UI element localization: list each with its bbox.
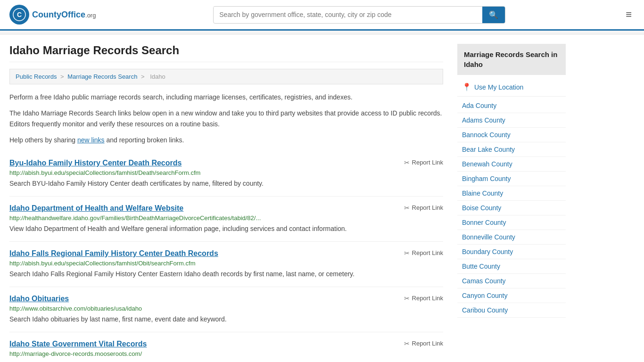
result-header: Byu-Idaho Family History Center Death Re…	[9, 159, 443, 167]
result-url[interactable]: http://marriage-divorce-records.mooseroo…	[9, 350, 443, 357]
county-link[interactable]: Boise County	[457, 201, 566, 215]
county-link[interactable]: Adams County	[457, 113, 566, 127]
county-link[interactable]: Camas County	[457, 274, 566, 288]
description-3: Help others by sharing new links and rep…	[9, 135, 443, 145]
page-title: Idaho Marriage Records Search	[9, 44, 443, 62]
breadcrumb-marriage-records[interactable]: Marriage Records Search	[67, 73, 137, 80]
search-input[interactable]	[214, 7, 482, 22]
list-item: Caribou County	[457, 303, 566, 318]
list-item: Bear Lake County	[457, 142, 566, 157]
report-link-button[interactable]: ✂ Report Link	[404, 295, 443, 302]
result-header: Idaho Department of Health and Welfare W…	[9, 204, 443, 213]
svg-text:C: C	[17, 11, 22, 18]
menu-button[interactable]: ≡	[623, 6, 635, 24]
result-header: Idaho Obituaries ✂ Report Link	[9, 295, 443, 303]
list-item: Bonneville County	[457, 230, 566, 245]
logo-icon: C	[9, 5, 29, 25]
result-title[interactable]: Idaho Obituaries	[9, 295, 69, 303]
result-title[interactable]: Idaho Department of Health and Welfare W…	[9, 204, 183, 213]
result-url[interactable]: http://healthandwelfare.idaho.gov/Famili…	[9, 214, 443, 222]
result-description: Search Idaho Falls Regional Family Histo…	[9, 269, 443, 279]
result-description: Search BYU-Idaho Family History Center d…	[9, 179, 443, 189]
county-link[interactable]: Bingham County	[457, 172, 566, 186]
county-link[interactable]: Bannock County	[457, 128, 566, 142]
result-title[interactable]: Idaho State Government Vital Records	[9, 340, 147, 348]
county-link[interactable]: Ada County	[457, 99, 566, 113]
breadcrumb-idaho: Idaho	[150, 73, 165, 80]
list-item: Adams County	[457, 113, 566, 128]
content-area: Idaho Marriage Records Search Public Rec…	[9, 44, 443, 362]
county-link[interactable]: Bonner County	[457, 215, 566, 230]
county-link[interactable]: Bear Lake County	[457, 142, 566, 156]
breadcrumb-public-records[interactable]: Public Records	[16, 73, 57, 80]
site-header: C CountyOffice.org 🔍 ≡	[0, 0, 644, 31]
result-url[interactable]: http://abish.byui.edu/specialCollections…	[9, 169, 443, 176]
search-bar: 🔍	[213, 6, 505, 24]
description-1: Perform a free Idaho public marriage rec…	[9, 92, 443, 102]
result-description: Search Idaho obituaries by last name, fi…	[9, 314, 443, 324]
list-item: Benewah County	[457, 157, 566, 172]
county-link[interactable]: Benewah County	[457, 157, 566, 171]
list-item: Camas County	[457, 274, 566, 288]
report-icon: ✂	[404, 249, 410, 257]
main-container: Idaho Marriage Records Search Public Rec…	[0, 34, 644, 362]
location-icon: 📍	[462, 82, 471, 91]
result-url[interactable]: http://www.obitsarchive.com/obituaries/u…	[9, 305, 443, 312]
breadcrumb-sep-2: >	[141, 73, 146, 80]
search-icon: 🔍	[489, 11, 498, 19]
county-link[interactable]: Canyon County	[457, 288, 566, 303]
breadcrumb-sep-1: >	[60, 73, 66, 80]
result-url[interactable]: http://abish.byui.edu/specialCollections…	[9, 260, 443, 267]
county-link[interactable]: Boundary County	[457, 245, 566, 259]
report-label: Report Link	[412, 204, 443, 211]
result-title[interactable]: Idaho Falls Regional Family History Cent…	[9, 249, 218, 258]
search-button[interactable]: 🔍	[482, 7, 505, 23]
county-link[interactable]: Blaine County	[457, 186, 566, 200]
list-item: Ada County	[457, 99, 566, 113]
report-icon: ✂	[404, 295, 410, 302]
report-label: Report Link	[412, 340, 443, 347]
county-link[interactable]: Butte County	[457, 259, 566, 273]
logo-text: CountyOffice.org	[32, 10, 96, 20]
sidebar-title: Marriage Records Search in Idaho	[457, 44, 566, 75]
use-location-button[interactable]: 📍 Use My Location	[457, 80, 566, 97]
report-icon: ✂	[404, 340, 410, 347]
county-link[interactable]: Bonneville County	[457, 230, 566, 244]
result-header: Idaho State Government Vital Records ✂ R…	[9, 340, 443, 348]
list-item: Bingham County	[457, 172, 566, 186]
report-icon: ✂	[404, 204, 410, 212]
report-link-button[interactable]: ✂ Report Link	[404, 340, 443, 347]
result-card: Idaho Department of Health and Welfare W…	[9, 197, 443, 242]
logo[interactable]: C CountyOffice.org	[9, 5, 96, 25]
list-item: Canyon County	[457, 288, 566, 303]
description-2: The Idaho Marriage Records Search links …	[9, 108, 443, 129]
list-item: Boundary County	[457, 245, 566, 259]
sidebar: Marriage Records Search in Idaho 📍 Use M…	[457, 44, 566, 362]
results-list: Byu-Idaho Family History Center Death Re…	[9, 151, 443, 362]
new-links-link[interactable]: new links	[77, 136, 105, 144]
list-item: Boise County	[457, 201, 566, 215]
breadcrumb: Public Records > Marriage Records Search…	[9, 69, 443, 84]
result-description: View Idaho Department of Health and Welf…	[9, 224, 443, 234]
use-location-label: Use My Location	[474, 83, 523, 91]
result-title[interactable]: Byu-Idaho Family History Center Death Re…	[9, 159, 182, 167]
report-label: Report Link	[412, 159, 443, 166]
report-link-button[interactable]: ✂ Report Link	[404, 249, 443, 257]
report-label: Report Link	[412, 249, 443, 256]
hamburger-icon: ≡	[626, 8, 632, 20]
report-label: Report Link	[412, 295, 443, 302]
result-card: Idaho State Government Vital Records ✂ R…	[9, 332, 443, 362]
result-card: Idaho Obituaries ✂ Report Link http://ww…	[9, 287, 443, 332]
list-item: Blaine County	[457, 186, 566, 201]
list-item: Bannock County	[457, 128, 566, 142]
top-nav-bar	[0, 31, 644, 34]
report-link-button[interactable]: ✂ Report Link	[404, 204, 443, 212]
report-link-button[interactable]: ✂ Report Link	[404, 159, 443, 166]
result-header: Idaho Falls Regional Family History Cent…	[9, 249, 443, 258]
county-list: Ada CountyAdams CountyBannock CountyBear…	[457, 99, 566, 318]
report-icon: ✂	[404, 159, 410, 166]
county-link[interactable]: Caribou County	[457, 303, 566, 317]
list-item: Bonner County	[457, 215, 566, 230]
list-item: Butte County	[457, 259, 566, 274]
result-card: Byu-Idaho Family History Center Death Re…	[9, 151, 443, 197]
